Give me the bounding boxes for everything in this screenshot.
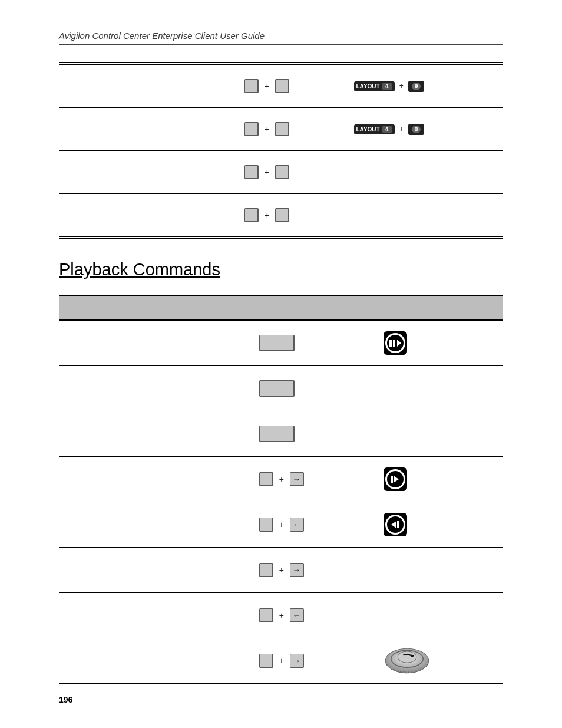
layout-label: LAYOUT	[356, 126, 380, 133]
key-combo: +→	[254, 654, 377, 668]
jog-shuttle-icon	[384, 647, 431, 675]
keyboard-key	[275, 79, 289, 93]
keyboard-key	[275, 165, 289, 179]
command-cell	[59, 502, 254, 548]
plus-separator: +	[279, 611, 284, 620]
joystick-cell	[378, 593, 503, 638]
command-cell	[59, 64, 240, 108]
joystick-numeric-key-icon: 0	[408, 124, 425, 135]
pause-bars	[389, 340, 395, 347]
layout-number: 4	[382, 126, 392, 133]
table-row: +←	[59, 593, 503, 638]
table-row: +←	[59, 502, 503, 548]
icon-circle	[385, 333, 405, 353]
layout-commands-table: +LAYOUT4+9+LAYOUT4+0++	[59, 62, 503, 239]
joystick-cell	[378, 548, 503, 593]
header-rule	[59, 44, 503, 45]
table-row: +LAYOUT4+0	[59, 108, 503, 151]
command-cell	[59, 457, 254, 502]
keyboard-key	[259, 472, 273, 486]
keyboard-cell: +←	[254, 593, 378, 638]
keyboard-key: →	[290, 563, 304, 577]
keyboard-key	[259, 563, 273, 577]
key-combo: +	[240, 122, 353, 136]
table-row: +LAYOUT4+9	[59, 64, 503, 108]
step-backward-icon	[384, 513, 407, 536]
keyboard-cell: +→	[254, 457, 378, 502]
keyboard-cell: +	[240, 194, 353, 238]
joystick-cell	[354, 194, 504, 238]
table-row	[59, 411, 503, 457]
joystick-key-number: 9	[412, 83, 421, 90]
table-row	[59, 366, 503, 411]
command-cell	[59, 411, 254, 457]
command-cell	[59, 108, 240, 151]
page-header-title: Avigilon Control Center Enterprise Clien…	[59, 31, 503, 41]
plus-separator: +	[265, 124, 269, 134]
table-row: +	[59, 151, 503, 194]
playback-commands-table: +→+←+→+←+→	[59, 294, 503, 684]
joystick-cell	[378, 320, 503, 366]
keyboard-key	[275, 208, 289, 222]
icon-circle	[385, 515, 405, 535]
keyboard-cell	[254, 320, 378, 366]
keyboard-cell: +	[240, 64, 353, 108]
keyboard-key: →	[290, 654, 304, 668]
joystick-cell: LAYOUT4+9	[354, 64, 504, 108]
keyboard-key	[259, 654, 273, 668]
table2-header-col3	[378, 295, 503, 320]
command-cell	[59, 194, 240, 238]
svg-point-2	[398, 651, 416, 663]
pause-play-icon	[384, 331, 407, 355]
key-combo	[254, 426, 377, 442]
plus-separator: +	[265, 81, 269, 91]
key-glyph: ←	[290, 609, 303, 621]
table-row: +	[59, 194, 503, 238]
plus-separator: +	[397, 125, 406, 133]
joystick-cell	[378, 366, 503, 411]
key-glyph: ←	[290, 518, 303, 531]
key-combo: +	[240, 79, 353, 93]
keyboard-key	[244, 79, 259, 93]
plus-separator: +	[279, 656, 284, 666]
keyboard-cell: +	[240, 151, 353, 194]
joystick-combo: LAYOUT4+0	[354, 124, 504, 135]
command-cell	[59, 366, 254, 411]
layout-button-icon: LAYOUT4	[354, 124, 395, 134]
key-combo	[254, 335, 377, 351]
plus-separator: +	[265, 167, 269, 177]
table-row: +→	[59, 457, 503, 502]
table2-header-col1	[59, 295, 254, 320]
keyboard-key	[259, 608, 273, 622]
keyboard-key: ←	[290, 518, 304, 532]
page-number: 196	[59, 695, 503, 704]
key-combo: +	[240, 208, 353, 222]
joystick-key-number: 0	[412, 126, 421, 133]
plus-separator: +	[279, 565, 284, 575]
keyboard-key	[259, 426, 295, 442]
table-row: +→	[59, 638, 503, 684]
keyboard-key: →	[290, 472, 304, 486]
play-triangle	[397, 340, 401, 347]
keyboard-key	[244, 208, 259, 222]
command-cell	[59, 548, 254, 593]
keyboard-key	[259, 335, 295, 351]
key-combo: +←	[254, 608, 377, 622]
joystick-numeric-key-icon: 9	[408, 81, 425, 92]
joystick-cell	[354, 151, 504, 194]
keyboard-cell: +→	[254, 548, 378, 593]
table-row	[59, 320, 503, 366]
key-glyph: →	[290, 473, 303, 485]
table-row: +→	[59, 548, 503, 593]
layout-number: 4	[382, 83, 392, 90]
keyboard-cell	[254, 411, 378, 457]
joystick-cell: LAYOUT4+0	[354, 108, 504, 151]
keyboard-key	[244, 165, 259, 179]
page-footer: 196	[59, 691, 503, 704]
joystick-cell	[378, 638, 503, 684]
key-glyph: →	[290, 564, 303, 576]
icon-circle	[385, 469, 405, 489]
joystick-cell	[378, 457, 503, 502]
keyboard-key	[259, 380, 295, 397]
command-cell	[59, 151, 240, 194]
